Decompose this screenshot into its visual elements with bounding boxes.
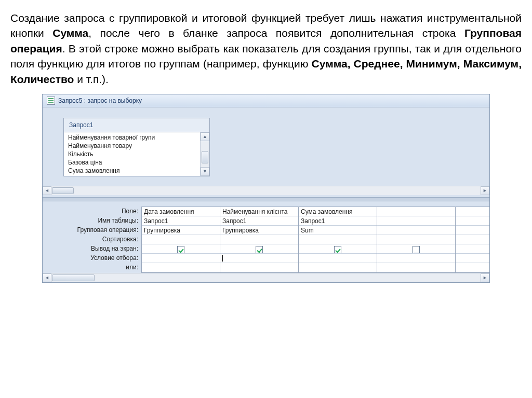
rowlabel-sort: Сортировка: [43, 235, 138, 244]
window-title: Запрос5 : запрос на выборку [58, 97, 142, 104]
field-list-scrollbar[interactable]: ▲ ▼ [200, 132, 209, 176]
cell-field[interactable]: Найменування клієнта [220, 207, 298, 216]
grid-trailing [456, 207, 489, 272]
cell-sort[interactable] [299, 235, 377, 244]
grid-column[interactable]: Сума замовлення Запрос1 Sum [299, 207, 377, 272]
intro-bold-summa: Сумма [52, 27, 88, 39]
cell-groupop[interactable]: Sum [299, 226, 377, 235]
cell-criteria[interactable] [299, 254, 377, 263]
pane-splitter[interactable] [43, 197, 489, 201]
cell-sort[interactable] [377, 235, 455, 244]
cell-or[interactable] [299, 263, 377, 272]
cell-criteria[interactable] [142, 254, 220, 263]
cell-field[interactable]: Дата замовлення [142, 207, 220, 216]
source-table-title: Запрос1 [64, 118, 209, 132]
cell-table[interactable]: Запрос1 [220, 216, 298, 226]
scroll-down-icon[interactable]: ▼ [201, 167, 209, 176]
field-item[interactable]: Сума замовлення [64, 167, 209, 175]
cell-field[interactable]: Сума замовлення [299, 207, 377, 216]
grid-hscroll[interactable]: ◄ ► [43, 273, 489, 282]
rowlabel-groupop: Групповая операция: [43, 225, 138, 235]
cell-criteria[interactable] [220, 254, 298, 263]
field-list[interactable]: Найменування товарної групи Найменування… [64, 132, 209, 176]
query-designer-window: Запрос5 : запрос на выборку Запрос1 Найм… [42, 94, 490, 283]
scroll-left-icon[interactable]: ◄ [43, 273, 51, 282]
intro-text: , после чего в бланке запроса появится д… [88, 27, 464, 39]
cell-show[interactable] [220, 244, 298, 254]
rowlabel-criteria: Условие отбора: [43, 253, 138, 263]
scroll-thumb[interactable] [52, 187, 74, 194]
cell-sort[interactable] [142, 235, 220, 244]
row-labels: Поле: Имя таблицы: Групповая операция: С… [43, 207, 141, 273]
field-item[interactable]: Кількість [64, 150, 209, 158]
cell-or[interactable] [377, 263, 455, 272]
rowlabel-field: Поле: [43, 207, 138, 216]
scroll-thumb[interactable] [202, 151, 208, 163]
cell-criteria[interactable] [377, 254, 455, 263]
tables-pane: Запрос1 Найменування товарної групи Найм… [43, 107, 489, 197]
field-item[interactable]: Найменування товарної групи [64, 133, 209, 142]
checkbox-icon[interactable] [413, 246, 420, 253]
field-item[interactable]: Базова ціна [64, 158, 209, 167]
rowlabel-table: Имя таблицы: [43, 216, 138, 225]
cell-groupop[interactable]: Группировка [220, 226, 298, 235]
rowlabel-or: или: [43, 263, 138, 272]
cell-groupop[interactable]: Группировка [142, 226, 220, 235]
cell-table[interactable]: Запрос1 [299, 216, 377, 226]
grid-column[interactable]: Дата замовлення Запрос1 Группировка [141, 207, 220, 272]
scroll-up-icon[interactable]: ▲ [201, 132, 209, 141]
cell-show[interactable] [299, 244, 377, 254]
qbe-grid: Поле: Имя таблицы: Групповая операция: С… [43, 201, 489, 273]
cell-field[interactable] [377, 207, 455, 216]
intro-paragraph: Создание запроса с группировкой и итогов… [10, 10, 522, 87]
cell-table[interactable]: Запрос1 [142, 216, 220, 226]
rowlabel-show: Вывод на экран: [43, 244, 138, 253]
cell-show[interactable] [142, 244, 220, 254]
tables-pane-hscroll[interactable]: ◄ ► [43, 186, 489, 195]
intro-text: и т.п.). [74, 73, 109, 85]
cell-or[interactable] [220, 263, 298, 272]
scroll-right-icon[interactable]: ► [481, 273, 489, 282]
scroll-left-icon[interactable]: ◄ [43, 186, 51, 195]
cell-or[interactable] [142, 263, 220, 272]
cell-sort[interactable] [220, 235, 298, 244]
checkbox-icon[interactable] [256, 246, 263, 253]
checkbox-icon[interactable] [334, 246, 341, 253]
cell-show[interactable] [377, 244, 455, 254]
grid-column-empty[interactable] [377, 207, 456, 272]
source-table-box[interactable]: Запрос1 Найменування товарної групи Найм… [63, 118, 210, 176]
cell-groupop[interactable] [377, 226, 455, 235]
scroll-right-icon[interactable]: ► [481, 186, 489, 195]
grid-columns: Дата замовлення Запрос1 Группировка Найм… [141, 207, 489, 273]
checkbox-icon[interactable] [177, 246, 184, 253]
query-icon [47, 97, 55, 105]
grid-column[interactable]: Найменування клієнта Запрос1 Группировка [220, 207, 299, 272]
field-item[interactable]: Найменування товару [64, 142, 209, 150]
cell-table[interactable] [377, 216, 455, 226]
scroll-thumb[interactable] [52, 275, 95, 281]
titlebar: Запрос5 : запрос на выборку [43, 94, 489, 107]
